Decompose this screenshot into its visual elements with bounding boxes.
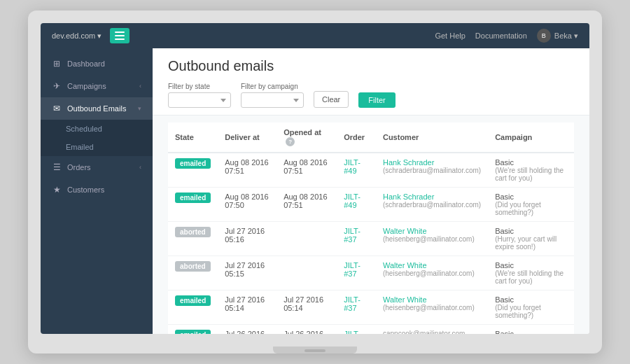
page-title: Outbound emails (168, 58, 574, 74)
dashboard-icon: ⊞ (52, 59, 62, 69)
cell-order: JILT-#37 (337, 222, 376, 256)
col-state: State (168, 122, 218, 153)
table-header-row: State Deliver at Opened at ? Order Custo… (168, 122, 574, 153)
order-link[interactable]: JILT-#36 (344, 330, 360, 334)
emails-table: State Deliver at Opened at ? Order Custo… (168, 122, 574, 334)
cell-customer: Hank Schrader (schraderbrau@mailinator.c… (376, 153, 488, 188)
laptop-base (273, 346, 357, 354)
avatar: B (537, 29, 551, 43)
filter-campaign-select[interactable]: Basic (241, 92, 304, 108)
sidebar-item-customers[interactable]: ★ Customers (41, 178, 153, 201)
table-area: State Deliver at Opened at ? Order Custo… (153, 115, 589, 334)
order-link[interactable]: JILT-#49 (344, 192, 360, 209)
top-bar-right: Get Help Documentation B Beka ▾ (435, 29, 578, 43)
campaign-name[interactable]: Basic (495, 261, 514, 270)
col-opened: Opened at ? (276, 122, 337, 153)
customer-email: (schraderbrau@mailinator.com) (383, 167, 481, 174)
cell-deliver: Jul 27 2016 05:15 (218, 256, 276, 290)
cell-order: JILT-#49 (337, 188, 376, 222)
customer-name-link[interactable]: Walter White (383, 227, 427, 235)
campaign-name[interactable]: Basic (495, 295, 514, 304)
campaign-name[interactable]: Basic (495, 330, 514, 334)
sidebar-label-outbound: Outbound Emails (67, 104, 126, 113)
cell-deliver: Jul 26 2016 22:13 (218, 325, 276, 335)
campaign-name[interactable]: Basic (495, 192, 514, 201)
state-badge: emailed (175, 158, 211, 169)
order-link[interactable]: JILT-#37 (344, 295, 360, 312)
filter-row: Filter by state emailed aborted schedule… (168, 83, 574, 108)
cell-opened: Jul 27 2016 05:14 (276, 290, 337, 325)
chevron-down-icon: ▾ (138, 105, 141, 112)
filter-state-select[interactable]: emailed aborted scheduled (168, 92, 231, 108)
campaign-sub: (We're still holding the cart for you) (495, 270, 567, 285)
cell-customer: Walter White (heisenberg@mailinator.com) (376, 222, 488, 256)
sidebar-item-outbound[interactable]: ✉ Outbound Emails ▾ (41, 97, 153, 120)
customer-name-link[interactable]: Hank Schrader (383, 158, 434, 167)
sidebar-item-scheduled[interactable]: Scheduled (41, 120, 153, 138)
filter-campaign-label: Filter by campaign (241, 83, 304, 90)
customers-icon: ★ (52, 185, 62, 195)
table-row: emailed Aug 08 2016 07:51 Aug 08 2016 07… (168, 153, 574, 188)
state-badge: aborted (175, 227, 211, 237)
campaign-name[interactable]: Basic (495, 158, 514, 167)
table-row: emailed Jul 27 2016 05:14 Jul 27 2016 05… (168, 290, 574, 325)
user-area[interactable]: B Beka ▾ (537, 29, 578, 43)
sidebar-label-customers: Customers (67, 186, 104, 194)
col-customer: Customer (376, 122, 488, 153)
sidebar-label-orders: Orders (67, 163, 91, 172)
campaign-name[interactable]: Basic (495, 227, 514, 235)
order-link[interactable]: JILT-#49 (344, 158, 360, 175)
cell-campaign: Basic (Did you forget something?) (488, 290, 574, 325)
info-icon[interactable]: ? (286, 137, 295, 146)
content-header: Outbound emails Filter by state emailed … (153, 48, 589, 115)
sidebar-item-campaigns[interactable]: ✈ Campaigns ‹ (41, 75, 153, 97)
order-link[interactable]: JILT-#37 (344, 261, 360, 278)
order-link[interactable]: JILT-#37 (344, 227, 360, 244)
customer-email: capncook@mailinator.com (383, 330, 481, 334)
sidebar-item-dashboard[interactable]: ⊞ Dashboard (41, 52, 153, 75)
customer-email: (heisenberg@mailinator.com) (383, 304, 481, 312)
customer-name-link[interactable]: Walter White (383, 295, 427, 304)
cell-campaign: Basic (Did you forget something?) (488, 188, 574, 222)
customer-name-link[interactable]: Hank Schrader (383, 192, 434, 201)
clear-button[interactable]: Clear (314, 91, 349, 108)
customer-email: (heisenberg@mailinator.com) (383, 270, 481, 277)
sidebar-item-orders[interactable]: ☰ Orders ‹ (41, 156, 153, 178)
cell-customer: Walter White (heisenberg@mailinator.com) (376, 290, 488, 325)
state-badge: emailed (175, 192, 211, 203)
cell-deliver: Jul 27 2016 05:16 (218, 222, 276, 256)
hamburger-line (115, 38, 125, 40)
state-badge: emailed (175, 295, 211, 306)
outbound-icon: ✉ (52, 104, 62, 113)
content-area: Outbound emails Filter by state emailed … (153, 48, 589, 334)
filter-state-group: Filter by state emailed aborted schedule… (168, 83, 231, 108)
filter-campaign-group: Filter by campaign Basic (241, 83, 304, 108)
state-badge: emailed (175, 330, 211, 334)
site-name[interactable]: dev.edd.com ▾ (52, 31, 102, 41)
customer-name-link[interactable]: Walter White (383, 261, 427, 270)
campaigns-icon: ✈ (52, 81, 62, 91)
sidebar-label-dashboard: Dashboard (67, 59, 105, 68)
hamburger-line (115, 35, 125, 36)
top-bar-left: dev.edd.com ▾ (52, 28, 130, 43)
sidebar: ⊞ Dashboard ✈ Campaigns ‹ ✉ Outbound Ema… (41, 48, 153, 334)
cell-customer: capncook@mailinator.com (376, 325, 488, 335)
top-bar: dev.edd.com ▾ Get Help Documentation B B… (41, 23, 589, 48)
cell-order: JILT-#36 (337, 325, 376, 335)
hamburger-button[interactable] (110, 28, 130, 43)
chevron-icon: ‹ (139, 164, 141, 171)
cell-campaign: Basic (Hurry, your cart will expire soon… (488, 325, 574, 335)
filter-button[interactable]: Filter (358, 92, 395, 108)
cell-opened: Aug 08 2016 07:51 (276, 153, 337, 188)
cell-deliver: Aug 08 2016 07:51 (218, 153, 276, 188)
customer-email: (schraderbrau@mailinator.com) (383, 201, 481, 209)
cell-state: emailed (168, 325, 218, 335)
docs-link[interactable]: Documentation (475, 31, 527, 40)
sidebar-item-emailed[interactable]: Emailed (41, 138, 153, 156)
laptop-notch (304, 349, 326, 352)
help-link[interactable]: Get Help (435, 31, 465, 40)
campaign-sub: (We're still holding the cart for you) (495, 167, 567, 182)
cell-customer: Walter White (heisenberg@mailinator.com) (376, 256, 488, 290)
cell-opened (276, 256, 337, 290)
col-deliver: Deliver at (218, 122, 276, 153)
